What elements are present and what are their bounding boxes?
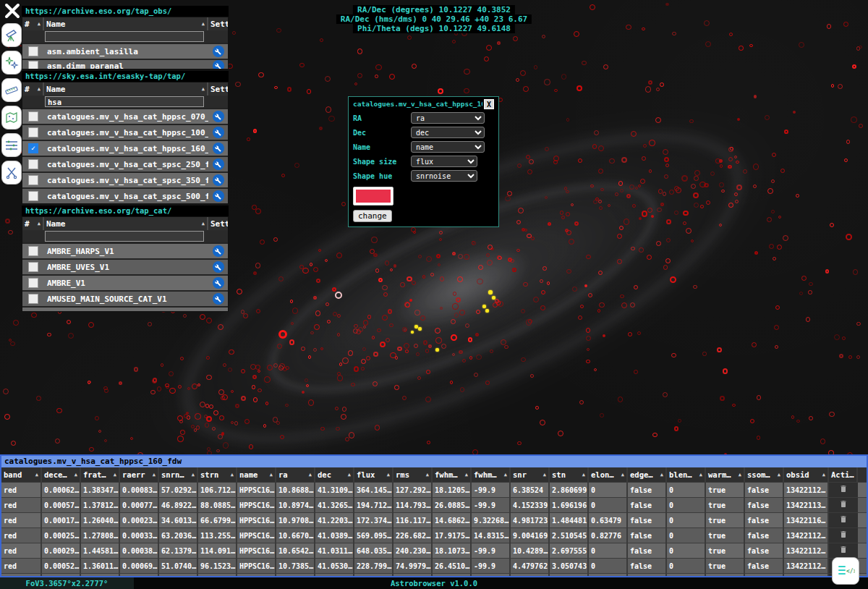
catalog-settings-button[interactable]	[213, 174, 224, 186]
close-button[interactable]	[3, 2, 22, 21]
catalog-checkbox[interactable]	[28, 175, 38, 185]
tap-url[interactable]: https://archive.eso.org/tap_cat/	[22, 205, 229, 216]
catalog-checkbox[interactable]	[28, 127, 38, 137]
delete-row-button[interactable]	[839, 545, 848, 556]
toolbar-button-filters[interactable]	[1, 133, 22, 157]
column-header[interactable]: edge…▲	[628, 467, 667, 482]
catalog-checkbox[interactable]: ✓	[28, 143, 38, 153]
catalog-settings-button[interactable]	[213, 190, 224, 202]
column-header-num[interactable]: #▲	[22, 17, 44, 30]
catalog-row[interactable]: asm.dimm_paranal	[22, 59, 228, 69]
sort-arrow-icon: ▲	[270, 472, 273, 478]
column-header[interactable]: dece…▲	[42, 467, 81, 482]
column-header[interactable]: flux▲	[354, 467, 393, 482]
column-header[interactable]: fwhm…▲	[433, 467, 472, 482]
catalog-row[interactable]: AMBRE_V1	[22, 274, 228, 290]
catalog-row[interactable]: catalogues.mv_v_hsa_cat_hppsc_070_fdw	[22, 108, 228, 124]
delete-row-button[interactable]	[839, 499, 848, 511]
catalog-row[interactable]: catalogues.mv_v_hsa_cat_spsc_250_fdw	[22, 156, 228, 171]
column-header[interactable]: rms▲	[393, 467, 433, 482]
ra-column-select[interactable]: ra	[411, 112, 485, 124]
catalog-checkbox[interactable]	[28, 61, 38, 69]
code-view-button[interactable]: </>	[832, 557, 859, 585]
column-header[interactable]: ra▲	[276, 467, 315, 482]
catalog-row[interactable]: asm.ambient_lasilla	[22, 43, 228, 59]
column-header[interactable]: stn▲	[550, 467, 589, 482]
catalog-row[interactable]: catalogues.mv_v_hsa_cat_hppsc_100_fdw	[22, 124, 228, 140]
table-cell: false	[745, 498, 784, 512]
catalog-settings-button[interactable]	[213, 158, 224, 170]
toolbar-button-telescope[interactable]	[1, 23, 22, 47]
table-cell: true	[706, 543, 745, 558]
table-cell: -99.9	[472, 498, 511, 512]
column-header[interactable]: name▲	[237, 467, 276, 482]
delete-row-button[interactable]	[839, 530, 848, 541]
catalog-row[interactable]: catalogues.mv_v_hsa_cat_spsc_350_fdw	[22, 171, 228, 187]
catalog-source-marker	[540, 420, 545, 425]
column-header[interactable]: elon…▲	[589, 467, 628, 482]
name-column-select[interactable]: name	[411, 141, 485, 153]
column-header-name[interactable]: Name▲	[44, 82, 208, 96]
catalog-row[interactable]: ✓catalogues.mv_v_hsa_cat_hppsc_160_fdw	[22, 140, 228, 156]
column-header-name[interactable]: Name▲	[44, 17, 208, 30]
catalog-settings-button[interactable]	[213, 143, 224, 154]
column-header[interactable]: fwhm…▲	[472, 467, 511, 482]
catalog-settings-button[interactable]	[213, 46, 224, 57]
column-header[interactable]: snrn…▲	[159, 467, 198, 482]
column-header[interactable]: ssom…▲	[745, 467, 784, 482]
column-header-name[interactable]: Name▲	[44, 217, 208, 230]
toolbar-button-map[interactable]	[1, 106, 22, 130]
catalog-settings-button[interactable]	[213, 277, 224, 289]
change-button[interactable]: change	[353, 210, 392, 222]
catalog-settings-button[interactable]	[213, 293, 224, 305]
catalog-source-marker	[327, 320, 331, 323]
catalog-row[interactable]: AMBRE_HARPS_V1	[22, 242, 228, 258]
catalog-checkbox[interactable]	[28, 191, 38, 201]
catalog-checkbox[interactable]	[28, 278, 38, 288]
catalog-checkbox[interactable]	[28, 111, 38, 122]
shape-size-select[interactable]: flux	[411, 156, 477, 167]
column-header[interactable]: frat…▲	[81, 467, 120, 482]
catalog-checkbox[interactable]	[28, 159, 38, 169]
column-header-num[interactable]: #▲	[22, 82, 44, 96]
column-header[interactable]: raerr▲	[120, 467, 159, 482]
catalog-filter-input[interactable]	[45, 96, 204, 107]
catalog-source-marker	[799, 292, 803, 295]
catalog-filter-input[interactable]	[45, 231, 204, 242]
column-header[interactable]: obsid▲	[784, 467, 829, 482]
column-header[interactable]: snr▲	[511, 467, 550, 482]
dialog-close-button[interactable]: X	[484, 99, 494, 109]
column-header[interactable]: warm…▲	[706, 467, 745, 482]
toolbar-button-measure[interactable]	[1, 78, 22, 102]
tap-url[interactable]: https://archive.eso.org/tap_obs/	[22, 6, 229, 17]
catalog-filter-input[interactable]	[45, 31, 204, 42]
delete-row-button[interactable]	[839, 514, 848, 526]
catalog-row[interactable]: AMUSED_MAIN_SOURCE_CAT_V1	[22, 290, 228, 306]
catalog-checkbox[interactable]	[28, 46, 38, 56]
catalog-settings-button[interactable]	[213, 60, 224, 69]
catalog-source-marker	[540, 305, 545, 310]
shape-color-button[interactable]	[353, 187, 393, 205]
catalog-settings-button[interactable]	[213, 127, 224, 138]
column-header[interactable]: dec▲	[315, 467, 354, 482]
column-header-num[interactable]: #▲	[22, 217, 44, 230]
catalog-row[interactable]: AMBRE_UVES_V1	[22, 258, 228, 274]
catalog-settings-button[interactable]	[213, 111, 224, 122]
catalog-checkbox[interactable]	[28, 262, 38, 272]
dec-column-select[interactable]: dec	[411, 127, 485, 138]
column-header[interactable]: strn▲	[198, 467, 237, 482]
catalog-checkbox[interactable]	[28, 294, 38, 304]
catalog-checkbox[interactable]	[28, 246, 38, 256]
shape-hue-select[interactable]: snrnoise	[411, 170, 477, 182]
column-header[interactable]: blen…▲	[667, 467, 706, 482]
toolbar-button-sources[interactable]	[1, 51, 22, 75]
table-cell: 0.00038…	[120, 543, 159, 558]
tap-url[interactable]: https://sky.esa.int/esasky-tap/tap/	[22, 71, 229, 82]
delete-row-button[interactable]	[839, 484, 848, 496]
catalog-settings-button[interactable]	[213, 245, 224, 257]
column-header[interactable]: band▲	[1, 467, 42, 482]
catalog-settings-button[interactable]	[213, 261, 224, 273]
toolbar-button-cut[interactable]	[1, 161, 22, 185]
catalog-row[interactable]: catalogues.mv_v_hsa_cat_spsc_500_fdw	[22, 187, 228, 203]
catalog-source-marker	[809, 416, 813, 420]
